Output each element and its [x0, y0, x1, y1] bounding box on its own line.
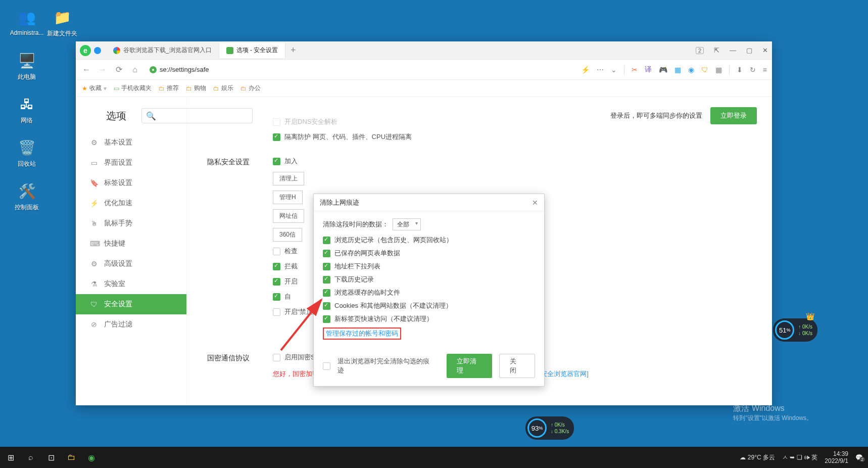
- translate-icon[interactable]: 译: [645, 65, 652, 74]
- sidebar-item-ui[interactable]: ▭界面设置: [76, 153, 186, 173]
- sidebar-item-security[interactable]: 🛡安全设置: [76, 294, 186, 314]
- reload-button[interactable]: ⟳: [113, 65, 124, 74]
- sidebar-item-mouse[interactable]: 🖱鼠标手势: [76, 213, 186, 233]
- bookmark-shopping[interactable]: 🗀购物: [186, 84, 206, 92]
- bookmarks-bar: ★收藏 ▾ ▭手机收藏夹 🗀推荐 🗀购物 🗀娱乐 🗀办公: [76, 80, 772, 97]
- shield-icon[interactable]: 🛡: [701, 66, 708, 74]
- dialog-title: 清除上网痕迹: [320, 198, 359, 207]
- crown-icon: 👑: [806, 312, 814, 320]
- desktop-icon-network[interactable]: 🖧网络: [9, 94, 44, 125]
- 360-info-button[interactable]: 360信: [273, 228, 302, 242]
- forward-button[interactable]: →: [97, 65, 108, 74]
- manage-passwords-link[interactable]: 管理保存过的帐号和密码: [326, 330, 398, 337]
- dlg-chk-1[interactable]: [323, 250, 330, 257]
- bookmark-recommend[interactable]: 🗀推荐: [159, 84, 179, 92]
- browser-taskbar-icon[interactable]: ◉: [86, 452, 97, 463]
- close-window-button[interactable]: ✕: [762, 46, 768, 54]
- more-icon[interactable]: ⋯: [597, 66, 604, 74]
- tab-0[interactable]: 谷歌浏览器下载_浏览器官网入口: [106, 43, 219, 58]
- dlg-chk-3[interactable]: [323, 276, 330, 284]
- bookmark-office[interactable]: 🗀办公: [240, 84, 261, 92]
- sidebar-item-basic[interactable]: ⚙基本设置: [76, 132, 186, 153]
- shield-icon: 🛡: [90, 300, 98, 308]
- clear-data-dialog: 清除上网痕迹 ✕ 清除这段时间的数据： 全部 浏览历史记录（包含历史、网页回收站…: [313, 194, 545, 387]
- address-bar[interactable]: ● se://settings/safe: [146, 63, 576, 77]
- search-icon: 🔍: [146, 111, 156, 121]
- dlg-chk-4[interactable]: [323, 289, 330, 297]
- pin-icon[interactable]: ⇱: [714, 46, 719, 54]
- start-button[interactable]: ⊞: [5, 452, 16, 463]
- check-checkbox[interactable]: [273, 248, 280, 255]
- note-icon[interactable]: ▦: [674, 66, 681, 74]
- perf-widget-1[interactable]: 93% ↑ 0K/s↓ 0.3K/s: [525, 416, 574, 440]
- sync-indicator-icon[interactable]: [94, 47, 101, 54]
- guomi-section-title: 国密通信协议: [207, 353, 273, 363]
- clock[interactable]: 14:392022/9/1: [825, 450, 848, 465]
- window-count-badge[interactable]: 2: [696, 47, 704, 54]
- sidebar-item-shortcut[interactable]: ⌨快捷键: [76, 233, 186, 254]
- dlg-chk-6[interactable]: [323, 315, 330, 323]
- join-checkbox[interactable]: [273, 158, 280, 165]
- dialog-close-button[interactable]: ✕: [532, 199, 538, 207]
- back-button[interactable]: ←: [81, 65, 92, 74]
- chevron-down-icon[interactable]: ⌄: [611, 66, 617, 74]
- perf-widget-2[interactable]: 👑 51% ↑ 0K/s↓ 0K/s: [773, 318, 817, 342]
- dnt-checkbox[interactable]: [273, 308, 280, 316]
- weather-widget[interactable]: ☁ 29°C 多云: [740, 453, 775, 462]
- dlg-chk-5[interactable]: [323, 302, 330, 310]
- block-icon: ⊘: [90, 320, 98, 329]
- lock-icon: ●: [150, 66, 157, 73]
- new-tab-button[interactable]: +: [285, 45, 301, 56]
- minimize-button[interactable]: —: [730, 46, 736, 54]
- desktop-icon-admin[interactable]: 👥Administra...: [9, 7, 44, 36]
- block-checkbox[interactable]: [273, 263, 280, 270]
- search-button[interactable]: ⌕: [25, 452, 36, 463]
- clean-now-button[interactable]: 立即清理: [447, 354, 492, 378]
- favorites-button[interactable]: ★收藏 ▾: [82, 84, 107, 92]
- range-select[interactable]: 全部: [393, 218, 421, 230]
- dns-checkbox[interactable]: [273, 118, 280, 126]
- sidebar-item-lab[interactable]: ⚗实验室: [76, 274, 186, 294]
- manage-h-button[interactable]: 管理H: [273, 191, 303, 204]
- exit-clear-checkbox[interactable]: [323, 362, 330, 370]
- ssl-checkbox[interactable]: [273, 354, 280, 361]
- desktop-icon-controlpanel[interactable]: 🛠️控制面板: [9, 181, 44, 212]
- flash-icon[interactable]: ⚡: [581, 66, 590, 74]
- open-checkbox[interactable]: [273, 278, 280, 286]
- bookmark-mobile[interactable]: ▭手机收藏夹: [114, 84, 152, 92]
- sidebar-item-adblock[interactable]: ⊘广告过滤: [76, 314, 186, 335]
- url-info-button[interactable]: 网址信: [273, 209, 304, 223]
- range-label: 清除这段时间的数据：: [323, 220, 389, 229]
- game-icon[interactable]: 🎮: [659, 66, 667, 74]
- notification-button[interactable]: 💬2: [855, 454, 863, 461]
- dlg-chk-2[interactable]: [323, 263, 330, 270]
- dialog-cancel-button[interactable]: 关 闭: [499, 354, 535, 378]
- history-icon[interactable]: ↻: [750, 66, 756, 74]
- menu-icon[interactable]: ≡: [763, 66, 767, 74]
- isolation-checkbox[interactable]: [273, 133, 280, 141]
- sidebar-item-boost[interactable]: ⚡优化加速: [76, 193, 186, 213]
- desktop-icon-recycle[interactable]: 🗑️回收站: [9, 137, 44, 168]
- bookmark-entertain[interactable]: 🗀娱乐: [213, 84, 233, 92]
- settings-favicon-icon: [226, 47, 233, 54]
- desktop-icon-folder[interactable]: 📁新建文件夹: [44, 7, 80, 38]
- auto-checkbox[interactable]: [273, 293, 280, 301]
- cloud-icon[interactable]: ◉: [688, 66, 694, 74]
- desktop-icon-pc[interactable]: 🖥️此电脑: [9, 51, 44, 81]
- toolbar: ← → ⟳ ⌂ ● se://settings/safe ⚡ ⋯ ⌄ ✂ 译 🎮…: [76, 60, 772, 80]
- apps-icon[interactable]: ▦: [715, 66, 722, 74]
- download-icon[interactable]: ⬇: [737, 66, 743, 74]
- taskbar: ⊞ ⌕ ⊡ 🗀 ◉ ☁ 29°C 多云 ㅅ ➥ ❏ 🕪 英 14:392022/…: [0, 447, 868, 468]
- clear-history-button[interactable]: 清理上: [273, 172, 304, 185]
- tab-1[interactable]: 选项 - 安全设置: [219, 43, 286, 58]
- sidebar-item-tabs[interactable]: 🔖标签设置: [76, 173, 186, 193]
- chrome-icon: [113, 47, 120, 54]
- tray-icons[interactable]: ㅅ ➥ ❏ 🕪 英: [782, 453, 817, 462]
- scissors-icon[interactable]: ✂: [632, 66, 638, 74]
- maximize-button[interactable]: ▢: [746, 46, 752, 54]
- task-view-button[interactable]: ⊡: [45, 452, 57, 463]
- sidebar-item-advanced[interactable]: ⚙高级设置: [76, 254, 186, 274]
- explorer-taskbar-icon[interactable]: 🗀: [66, 452, 77, 463]
- home-button[interactable]: ⌂: [129, 65, 140, 74]
- dlg-chk-0[interactable]: [323, 237, 330, 244]
